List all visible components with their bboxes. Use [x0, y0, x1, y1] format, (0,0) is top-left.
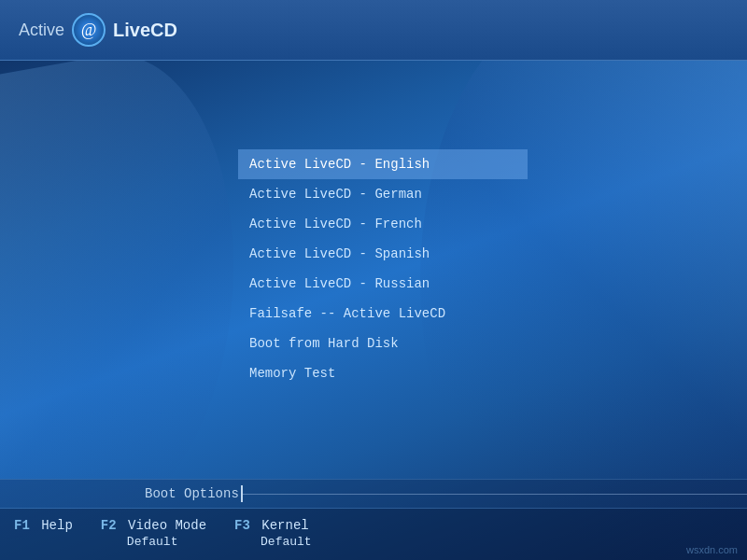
logo-at-symbol: @: [81, 21, 97, 40]
boot-menu: Active LiveCD - English Active LiveCD - …: [238, 149, 528, 388]
menu-item-spanish[interactable]: Active LiveCD - Spanish: [238, 239, 528, 269]
f3-default: Default: [234, 535, 312, 549]
fkey-group-f2: F2 Video Mode Default: [101, 518, 206, 549]
menu-item-failsafe[interactable]: Failsafe -- Active LiveCD: [238, 299, 528, 329]
menu-item-english[interactable]: Active LiveCD - English: [238, 149, 528, 179]
fkey-group-f3: F3 Kernel Default: [234, 518, 312, 549]
menu-item-german[interactable]: Active LiveCD - German: [238, 179, 528, 209]
menu-item-memtest[interactable]: Memory Test: [238, 358, 528, 388]
f2-label: Video Mode: [120, 518, 206, 533]
fkey-group-f1: F1 Help: [14, 518, 73, 533]
f2-key[interactable]: F2: [101, 518, 117, 533]
logo-icon: @: [72, 13, 106, 47]
logo-text-livecd: LiveCD: [113, 20, 177, 41]
menu-item-russian[interactable]: Active LiveCD - Russian: [238, 269, 528, 299]
menu-item-harddisk[interactable]: Boot from Hard Disk: [238, 329, 528, 358]
fkey-f1-row: F1 Help: [14, 518, 73, 533]
f3-label: Kernel: [254, 518, 309, 533]
f1-label: Help: [34, 518, 73, 533]
header-bar: Active @ LiveCD: [0, 0, 747, 61]
fkey-f3-row: F3 Kernel: [234, 518, 309, 533]
function-keys-bar: F1 Help F2 Video Mode Default F3 Kernel …: [0, 509, 747, 560]
fkey-f2-row: F2 Video Mode: [101, 518, 206, 533]
f3-key[interactable]: F3: [234, 518, 250, 533]
f1-key[interactable]: F1: [14, 518, 30, 533]
watermark: wsxdn.com: [686, 544, 738, 555]
logo-container: Active @ LiveCD: [19, 13, 177, 47]
boot-options-bar: Boot Options: [0, 479, 747, 509]
menu-item-french[interactable]: Active LiveCD - French: [238, 209, 528, 239]
f2-default: Default: [101, 535, 178, 549]
logo-text-active: Active: [19, 21, 64, 40]
boot-options-label[interactable]: Boot Options: [145, 486, 239, 501]
boot-options-line: [243, 494, 747, 495]
bottom-section: Boot Options F1 Help F2 Video Mode Defau…: [0, 479, 747, 560]
